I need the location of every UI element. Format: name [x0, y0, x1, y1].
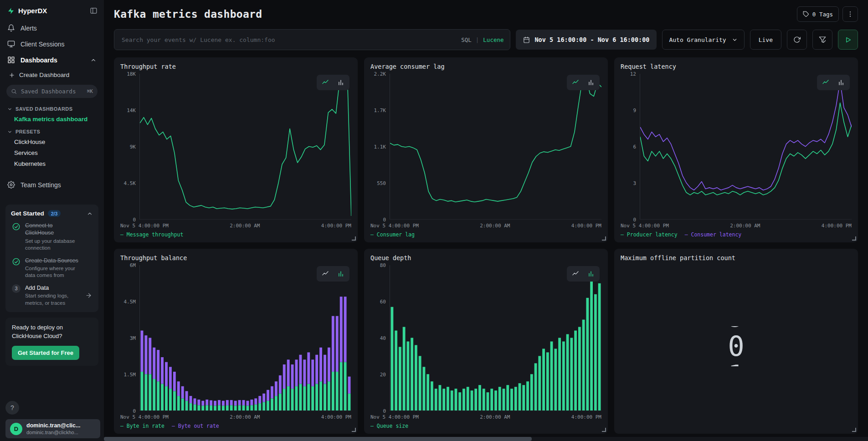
event-search-input[interactable]	[121, 36, 461, 44]
sidebar-collapse-button[interactable]	[90, 7, 98, 15]
plus-icon	[9, 72, 15, 78]
resize-handle[interactable]	[602, 236, 606, 241]
chart-throughput-rate[interactable]: Throughput rate 18K14K9K4.5K0 Nov 5 4:00…	[114, 57, 358, 242]
line-chart-toggle[interactable]	[569, 77, 582, 88]
sidebar-collapse-icon	[90, 7, 98, 15]
plot-area	[640, 74, 852, 220]
bar-chart-icon	[337, 79, 344, 86]
plot-area	[139, 265, 351, 411]
line-chart-toggle[interactable]	[319, 77, 332, 88]
grid-icon	[7, 56, 15, 64]
get-started-title: Get Started	[11, 210, 44, 217]
monitor-icon	[7, 40, 15, 48]
lucene-mode-toggle[interactable]: Lucene	[483, 36, 503, 43]
saved-dashboards-section-toggle[interactable]: SAVED DASHBOARDS	[0, 102, 104, 114]
event-search[interactable]: SQL | Lucene	[114, 29, 510, 50]
resize-handle[interactable]	[852, 236, 856, 241]
sidebar-item-clickhouse[interactable]: ClickHouse	[0, 137, 104, 148]
chart-queue-depth[interactable]: Queue depth 806040200 Nov 5 4:00:00 PM2:…	[364, 249, 608, 434]
deploy-text: Ready to deploy on ClickHouse Cloud?	[12, 323, 80, 341]
sidebar-item-client-sessions[interactable]: Client Sessions	[0, 36, 104, 52]
granularity-select[interactable]: Auto Granularity	[662, 30, 744, 50]
resize-handle[interactable]	[352, 236, 356, 241]
bar-chart-toggle[interactable]	[334, 268, 347, 279]
bell-icon	[7, 24, 15, 32]
run-query-button[interactable]	[838, 30, 858, 50]
live-button[interactable]: Live	[750, 30, 781, 50]
chart-request-latency[interactable]: Request latency 129630 Nov 5 4:00:00 PM2…	[614, 57, 858, 242]
line-chart-icon	[572, 79, 579, 86]
get-started-step-2[interactable]: Create Data Sources Configure where your…	[12, 257, 92, 279]
collapse-card-button[interactable]	[87, 210, 93, 217]
sidebar-item-dashboards[interactable]: Dashboards	[0, 52, 104, 68]
resize-handle[interactable]	[352, 428, 356, 432]
sidebar-item-alerts[interactable]: Alerts	[0, 20, 104, 36]
chevron-up-icon	[90, 57, 97, 63]
dashboard-grid: Throughput rate 18K14K9K4.5K0 Nov 5 4:00…	[114, 57, 858, 441]
get-started-free-button[interactable]: Get Started for Free	[12, 346, 79, 360]
help-button[interactable]: ?	[5, 401, 19, 415]
chart-title: Request latency	[621, 63, 852, 70]
sidebar-item-services[interactable]: Services	[0, 148, 104, 159]
chart-title: Average consumer lag	[370, 63, 601, 70]
search-icon	[11, 88, 17, 94]
line-chart-icon	[572, 270, 579, 277]
sidebar-item-team-settings[interactable]: Team Settings	[0, 177, 104, 193]
filter-button[interactable]	[812, 30, 832, 50]
date-range-picker[interactable]: Nov 5 16:00:00 - Nov 6 16:00:00	[516, 30, 657, 50]
sidebar-item-kafka-metrics-dashboard[interactable]: Kafka metrics dashboard	[0, 114, 104, 125]
chevron-down-icon	[7, 107, 12, 112]
main-content: Kafka metrics dashboard 0 Tags SQL | Luc…	[104, 0, 868, 441]
line-chart-toggle[interactable]	[319, 268, 332, 279]
chart-title: Queue depth	[370, 254, 601, 262]
horizontal-scrollbar[interactable]	[104, 437, 868, 441]
saved-dashboards-search-input[interactable]	[20, 87, 84, 95]
scrollbar-thumb[interactable]	[104, 437, 532, 441]
chart-max-offline-partition-count[interactable]: Maximum offline partition count 9 0 1	[614, 249, 858, 434]
bar-chart-toggle[interactable]	[334, 77, 347, 88]
mode-separator: |	[476, 36, 479, 43]
page-title: Kafka metrics dashboard	[114, 8, 262, 20]
presets-section-toggle[interactable]: PRESETS	[0, 125, 104, 137]
check-circle-icon	[12, 257, 21, 266]
create-dashboard-button[interactable]: Create Dashboard	[0, 68, 104, 82]
refresh-button[interactable]	[787, 30, 807, 50]
kebab-icon	[847, 10, 854, 18]
resize-handle[interactable]	[852, 428, 856, 432]
tags-button[interactable]: 0 Tags	[797, 6, 839, 22]
resize-handle[interactable]	[602, 428, 606, 432]
refresh-icon	[793, 36, 801, 43]
chart-legend: — Byte in rate— Byte out rate	[120, 423, 351, 429]
shortcut-badge: ⌘K	[87, 88, 93, 94]
bar-chart-toggle[interactable]	[585, 77, 597, 88]
x-axis: Nov 5 4:00:00 PM2:00:00 AM4:00:00 PM	[370, 223, 601, 229]
tag-icon	[803, 11, 809, 17]
chevron-down-icon	[732, 37, 738, 43]
calendar-icon	[523, 36, 530, 43]
user-name: dominic.tran@clic...	[26, 422, 80, 429]
line-chart-icon	[322, 270, 329, 277]
brand-name: HyperDX	[18, 7, 47, 15]
line-chart-toggle[interactable]	[819, 77, 832, 88]
line-chart-toggle[interactable]	[569, 268, 582, 279]
saved-dashboards-search[interactable]: ⌘K	[6, 85, 98, 98]
chevron-up-icon	[87, 210, 93, 217]
chart-legend: — Queue size	[370, 423, 601, 429]
user-menu[interactable]: D dominic.tran@clic... dominic.tran@clic…	[5, 419, 100, 438]
bar-chart-toggle[interactable]	[585, 268, 597, 279]
more-menu-button[interactable]	[842, 6, 858, 22]
user-email: dominic.tran@clickho...	[26, 430, 80, 435]
get-started-step-3[interactable]: 3 Add Data Start sending logs, metrics, …	[12, 284, 92, 307]
plot-area	[390, 265, 601, 411]
bar-chart-toggle[interactable]	[835, 77, 847, 88]
plot-area	[390, 74, 601, 220]
brand-logo: HyperDX	[7, 7, 47, 15]
chart-type-toggle	[567, 266, 600, 282]
sql-mode-toggle[interactable]: SQL	[461, 36, 472, 43]
get-started-step-1[interactable]: Connect to ClickHouse Set up your databa…	[12, 222, 92, 252]
chart-throughput-balance[interactable]: Throughput balance 6M4.5M3M1.5M0 Nov 5 4…	[114, 249, 358, 434]
chart-average-consumer-lag[interactable]: Average consumer lag 2.2K1.7K1.1K5500 No…	[364, 57, 608, 242]
chart-type-toggle	[317, 75, 349, 90]
filter-off-icon	[819, 36, 826, 43]
sidebar-item-kubernetes[interactable]: Kubernetes	[0, 159, 104, 169]
